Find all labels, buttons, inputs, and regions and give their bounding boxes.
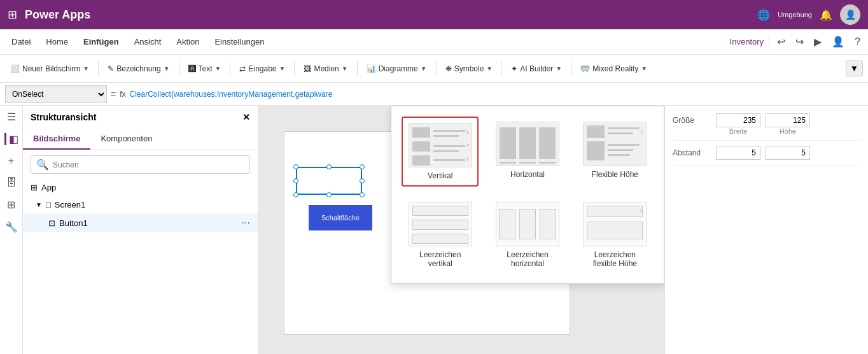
separator-1 [98,61,99,76]
inventory-button[interactable]: Inventory [730,37,764,46]
tab-komponenten[interactable]: Komponenten [90,129,162,150]
handle-tr[interactable] [360,164,365,169]
handle-tc[interactable] [326,164,332,169]
gallery-label-vertikal: Vertikal [428,171,452,180]
gallery-thumb-blank-flex: ↑ [583,202,647,246]
play-button[interactable]: ▶ [811,33,824,50]
button-widget[interactable]: Schaltfläche [309,205,372,230]
menu-aktion[interactable]: Aktion [170,33,206,50]
button-selection-container: Schaltfläche [296,167,362,195]
bell-icon[interactable]: 🔔 [820,9,832,21]
height-input[interactable] [766,113,810,127]
formula-selector[interactable]: OnSelect [5,85,107,103]
ai-dropdown-icon[interactable]: ▼ [556,65,562,72]
separator-8 [571,61,571,76]
user-button[interactable]: 👤 [829,33,847,50]
gallery-item-blank-v[interactable]: Leerzeichen vertikal [402,197,479,273]
table-icon[interactable]: ⊞ [7,199,15,211]
spacing-v-input[interactable] [716,146,760,160]
text-button[interactable]: 🅰 Text ▼ [183,62,227,76]
gallery-label-blank-h: Leerzeichen horizontal [494,250,561,268]
handle-br[interactable] [360,192,365,197]
selection-border [296,167,362,195]
tab-bildschirme[interactable]: Bildschirme [23,129,90,150]
gallery-item-blank-flex[interactable]: ↑ Leerzeichen flexible Höhe [577,197,654,273]
menu-einfuegen[interactable]: Einfügen [77,33,125,50]
menu-bar: Datei Home Einfügen Ansicht Aktion Einst… [0,29,868,55]
menu-einstellungen[interactable]: Einstellungen [208,33,270,50]
symbols-button[interactable]: ❋ Symbole ▼ [440,62,498,76]
designation-button[interactable]: ✎ Bezeichnung ▼ [102,62,174,76]
canvas-area[interactable]: Schaltfläche [258,106,664,354]
new-screen-button[interactable]: ⬜ Neuer Bildschirm ▼ [5,62,94,76]
gallery-thumb-blank-v [409,202,472,246]
hamburger-icon[interactable]: ☰ [7,111,16,123]
gallery-thumb-horizontal [496,122,559,166]
menu-home[interactable]: Home [39,33,74,50]
structure-panel: Strukturansicht ✕ Bildschirme Komponente… [23,106,258,354]
grid-icon[interactable]: ⊞ [8,8,17,22]
tree-item-app[interactable]: ⊞ App [23,179,258,196]
search-input[interactable] [53,160,244,169]
handle-tl[interactable] [293,164,298,169]
width-sublabel: Breite [716,127,760,135]
gallery-item-vertikal[interactable]: › › › Vertikal [402,117,479,187]
gallery-thumb-vertikal: › › › [409,123,472,167]
ai-builder-button[interactable]: ✦ AI Builder ▼ [506,62,567,76]
input-dropdown-icon[interactable]: ▼ [279,65,286,72]
properties-panel: Größe Breite Höhe Abstand [664,106,868,354]
redo-button[interactable]: ↪ [793,33,806,50]
handle-mr[interactable] [360,178,365,183]
spacing-h-input[interactable] [766,146,810,160]
structure-tabs: Bildschirme Komponenten [23,129,258,150]
gallery-item-blank-h[interactable]: Leerzeichen horizontal [489,197,566,273]
charts-button[interactable]: 📊 Diagramme ▼ [361,62,432,76]
handle-bc[interactable] [326,192,332,197]
tree-item-screen1[interactable]: ▼ □ Screen1 [23,196,258,213]
charts-dropdown-icon[interactable]: ▼ [421,65,427,72]
menu-ansicht[interactable]: Ansicht [128,33,168,50]
top-bar-right: 🌐 Umgebung 🔔 👤 [757,4,860,25]
left-icon-rail: ☰ ◧ + 🗄 ⊞ 🔧 [0,106,23,354]
more-button[interactable]: ▼ [846,60,863,76]
media-icon: 🖼 [304,64,311,73]
avatar[interactable]: 👤 [840,4,860,25]
handle-ml[interactable] [293,178,298,183]
media-button[interactable]: 🖼 Medien ▼ [298,62,353,76]
search-box: 🔍 [31,155,250,174]
button-icon: ⊡ [48,218,55,228]
separator-4 [294,61,295,76]
gallery-thumb-blank-h [496,202,559,246]
new-screen-dropdown-icon[interactable]: ▼ [83,65,89,72]
plus-icon[interactable]: + [8,155,14,167]
menu-datei[interactable]: Datei [5,33,37,50]
media-dropdown-icon[interactable]: ▼ [342,65,348,72]
gallery-item-flexible[interactable]: ↑ Flexible Höhe [577,117,654,187]
mr-dropdown-icon[interactable]: ▼ [641,65,647,72]
mixed-reality-button[interactable]: 🥽 Mixed Reality ▼ [575,62,652,76]
ai-icon: ✦ [511,64,517,73]
button1-options-icon[interactable]: ··· [242,217,250,229]
controls-icon[interactable]: 🔧 [5,221,18,233]
layers-icon[interactable]: ◧ [4,133,18,145]
database-icon[interactable]: 🗄 [6,177,17,188]
tree-item-button1[interactable]: ⊡ Button1 ··· [23,213,258,232]
fx-button[interactable]: fx [120,90,125,99]
symbols-dropdown-icon[interactable]: ▼ [486,65,493,72]
globe-icon[interactable]: 🌐 [757,9,770,21]
designation-dropdown-icon[interactable]: ▼ [164,65,170,72]
formula-input[interactable] [130,85,863,103]
width-input[interactable] [716,113,760,127]
close-icon[interactable]: ✕ [242,112,250,122]
gallery-thumb-flexible: ↑ [583,122,647,166]
structure-header: Strukturansicht ✕ [23,106,258,129]
help-button[interactable]: ? [852,34,863,50]
menu-bar-right: Inventory ↩ ↪ ▶ 👤 ? [730,33,863,50]
chevron-icon: ▼ [36,201,42,208]
input-button[interactable]: ⇄ Eingabe ▼ [234,62,290,76]
separator-7 [501,61,502,76]
undo-button[interactable]: ↩ [774,33,788,50]
gallery-item-horizontal[interactable]: Horizontal [489,117,566,187]
handle-bl[interactable] [293,192,298,197]
text-dropdown-icon[interactable]: ▼ [215,65,221,72]
